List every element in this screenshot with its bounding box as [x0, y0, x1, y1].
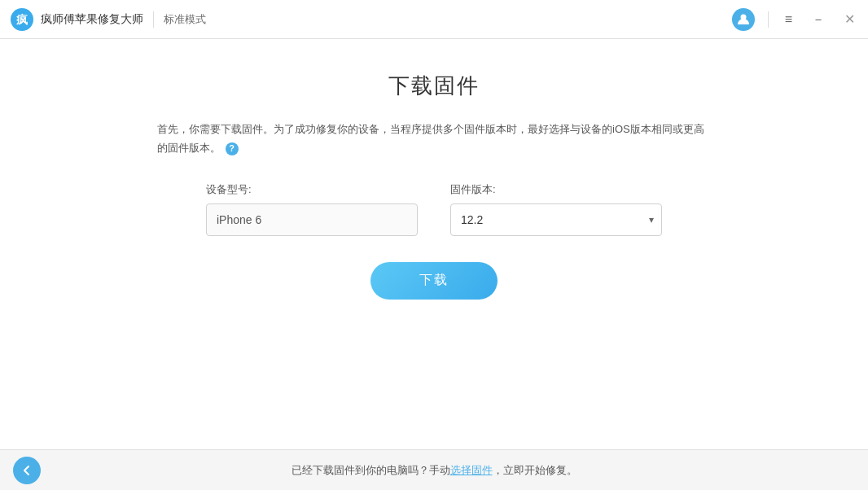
- footer-text: 已经下载固件到你的电脑吗？手动选择固件，立即开始修复。: [13, 463, 855, 478]
- description-text: 首先，你需要下载固件。为了成功修复你的设备，当程序提供多个固件版本时，最好选择与…: [157, 120, 711, 158]
- app-mode: 标准模式: [164, 12, 732, 27]
- app-logo: 疯: [10, 7, 34, 32]
- help-icon[interactable]: ?: [226, 142, 239, 155]
- device-label: 设备型号:: [206, 182, 418, 197]
- main-content: 下载固件 首先，你需要下载固件。为了成功修复你的设备，当程序提供多个固件版本时，…: [0, 39, 868, 449]
- title-bar: 疯 疯师傅苹果修复大师 标准模式 ≡ － ✕: [0, 0, 868, 39]
- device-group: 设备型号:: [206, 182, 418, 236]
- firmware-select-wrapper: 12.2 12.1 12.0 11.4 ▾: [450, 203, 662, 236]
- title-divider: [153, 11, 154, 28]
- footer-bar: 已经下载固件到你的电脑吗？手动选择固件，立即开始修复。: [0, 449, 868, 490]
- back-button[interactable]: [13, 457, 41, 484]
- window-controls: ≡ － ✕: [732, 8, 858, 31]
- close-button[interactable]: ✕: [841, 11, 858, 28]
- controls-separator: [768, 11, 769, 28]
- svg-text:疯: 疯: [15, 13, 28, 26]
- user-avatar[interactable]: [732, 8, 755, 31]
- app-name: 疯师傅苹果修复大师: [41, 12, 143, 27]
- menu-button[interactable]: ≡: [782, 11, 796, 28]
- firmware-label: 固件版本:: [450, 182, 662, 197]
- form-row: 设备型号: 固件版本: 12.2 12.1 12.0 11.4 ▾: [206, 182, 662, 236]
- page-title: 下载固件: [388, 72, 480, 100]
- device-input[interactable]: [206, 203, 418, 236]
- firmware-select[interactable]: 12.2 12.1 12.0 11.4: [450, 203, 662, 236]
- minimize-button[interactable]: －: [809, 11, 828, 28]
- download-button[interactable]: 下载: [370, 262, 498, 300]
- firmware-group: 固件版本: 12.2 12.1 12.0 11.4 ▾: [450, 182, 662, 236]
- select-firmware-link[interactable]: 选择固件: [450, 464, 493, 476]
